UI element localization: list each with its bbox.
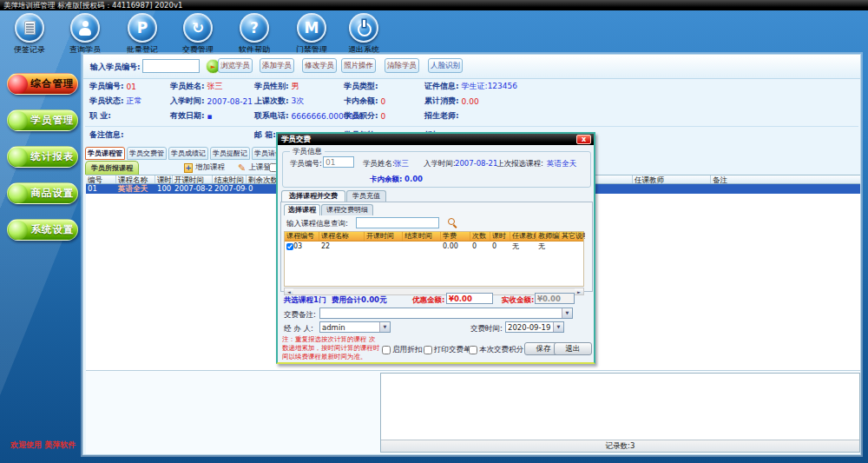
student-gender-value: 男 bbox=[292, 81, 299, 92]
green-sphere-icon bbox=[9, 184, 28, 203]
card-balance-value: 0 bbox=[381, 97, 386, 106]
photo-operation-button[interactable]: 照片操作 bbox=[341, 58, 376, 73]
earn-points-checkbox[interactable] bbox=[469, 346, 477, 354]
toolbar-button-query-student[interactable]: 查询学员 bbox=[60, 13, 110, 56]
tab-course-management[interactable]: 学员课程管理 bbox=[85, 147, 125, 160]
course-search-label: 输入课程信息查询: bbox=[286, 219, 348, 229]
green-sphere-icon bbox=[9, 111, 28, 130]
dialog-course-select-panel: 选择课程 课程交费明细 输入课程信息查询: 课程编号 课程名称 开课时间 结束时… bbox=[280, 202, 593, 292]
inner-tab-fee-detail[interactable]: 课程交费明细 bbox=[321, 204, 373, 215]
note-icon bbox=[15, 13, 44, 43]
dialog-course-table-row[interactable]: 03 22 0.00 0 0 无 无 bbox=[285, 241, 583, 251]
student-status-value: 正常 bbox=[127, 96, 142, 107]
enable-discount-checkbox[interactable] bbox=[382, 346, 391, 354]
red-sphere-icon bbox=[9, 75, 28, 94]
tab-payment-management[interactable]: 学员交费管理 bbox=[127, 147, 167, 160]
dialog-course-table: 课程编号 课程名称 开课时间 结束时间 学费 次数 课时 任课教师 教师编号 其… bbox=[284, 231, 584, 287]
question-icon: ? bbox=[240, 13, 269, 43]
dialog-last-course-value: 英语全天 bbox=[547, 159, 576, 169]
valid-date-value: ▪ bbox=[207, 112, 213, 121]
dialog-title: 学员交费 bbox=[281, 135, 311, 143]
toolbar-button-batch-register[interactable]: P 批量登记 bbox=[117, 13, 168, 56]
course-select-checkbox[interactable] bbox=[286, 243, 293, 250]
sidebar-item-system-settings[interactable]: 系统设置 bbox=[7, 219, 78, 241]
inner-tab-select-course[interactable]: 选择课程 bbox=[284, 204, 320, 215]
selected-course-summary: 共选课程1门 bbox=[284, 295, 326, 306]
certificate-info-value: 学生证:123456 bbox=[462, 81, 517, 92]
dialog-student-id-input[interactable] bbox=[323, 156, 354, 168]
browse-student-button[interactable]: 浏览学员 bbox=[218, 58, 253, 73]
tab-score-records[interactable]: 学员成绩记录 bbox=[168, 147, 208, 160]
dialog-student-info-group: 学员信息 学员编号: 学员姓名: 张三 入学时间: 2007-08-21 上次报… bbox=[282, 151, 591, 188]
student-name-value: 张三 bbox=[207, 81, 223, 92]
green-sphere-icon bbox=[9, 221, 28, 240]
bottom-subpanel: 记录数:3 bbox=[380, 373, 860, 453]
record-count-bar: 记录数:3 bbox=[381, 440, 859, 452]
payment-remark-combo[interactable]: ▼ bbox=[319, 308, 573, 319]
toolbar-button-exit[interactable]: 退出系统 bbox=[339, 13, 389, 56]
edit-student-button[interactable]: 修改学员 bbox=[302, 58, 337, 73]
sidebar-item-goods-settings[interactable]: 商品设置 bbox=[7, 182, 78, 204]
magnifier-icon[interactable] bbox=[448, 218, 455, 225]
group-legend: 学员信息 bbox=[290, 147, 325, 157]
student-id-search-label: 输入学员编号: bbox=[90, 62, 141, 73]
course-search-input[interactable] bbox=[356, 217, 439, 228]
toolbar-button-payment[interactable]: ↻ 交费管理 bbox=[173, 13, 223, 56]
toolbar-button-help[interactable]: ? 软件帮助 bbox=[229, 13, 279, 56]
sidebar-item-statistics-report[interactable]: 统计报表 bbox=[7, 146, 78, 168]
tab-reminder-records[interactable]: 学员提醒记录 bbox=[210, 147, 250, 160]
print-receipt-option: 打印交费单 bbox=[424, 345, 471, 355]
add-course-button[interactable]: + 增加课程 bbox=[184, 162, 225, 173]
dialog-student-name-value: 张三 bbox=[394, 159, 409, 169]
enable-discount-option: 启用折扣 bbox=[382, 345, 422, 355]
operator-combo[interactable]: admin ▼ bbox=[319, 321, 391, 333]
enroll-date-value: 2007-08-21 bbox=[207, 97, 253, 106]
student-info-row-2: 学员状态:正常 入学时间:2007-08-21 上课次数:3次 卡内余额:0 累… bbox=[83, 96, 860, 109]
green-sphere-icon bbox=[9, 148, 28, 167]
title-bar: 美萍培训班管理 标准版[授权码：44116987] 2020v1 bbox=[0, 0, 868, 10]
close-icon: x bbox=[582, 136, 586, 143]
scroll-right-icon[interactable]: ► bbox=[575, 288, 583, 294]
print-receipt-checkbox[interactable] bbox=[424, 346, 432, 354]
plus-doc-icon: + bbox=[184, 163, 193, 173]
scroll-left-icon[interactable]: ◄ bbox=[285, 288, 293, 294]
dialog-enroll-date-value: 2007-08-21 bbox=[455, 159, 497, 168]
add-student-button[interactable]: 添加学员 bbox=[260, 58, 294, 73]
student-id-search-input[interactable] bbox=[142, 59, 200, 73]
chevron-down-icon: ▼ bbox=[562, 308, 572, 318]
chevron-down-icon: ▼ bbox=[379, 322, 390, 332]
points-value: 0 bbox=[381, 112, 386, 121]
toolbar-button-notes[interactable]: 便签记录 bbox=[4, 13, 55, 56]
dialog-tab-recharge[interactable]: 学员充值 bbox=[346, 190, 386, 202]
dialog-tab-select-and-pay[interactable]: 选择课程并交费 bbox=[281, 190, 345, 202]
clear-student-button[interactable]: 清除学员 bbox=[385, 58, 419, 73]
sidebar-item-general-management[interactable]: 综合管理 bbox=[7, 73, 78, 95]
earn-points-option: 本次交费积分 bbox=[469, 345, 523, 355]
student-search-bar: 输入学员编号: ► 浏览学员 添加学员 修改学员 照片操作 清除学员 人脸识别 bbox=[83, 55, 860, 79]
class-count-value: 3次 bbox=[292, 96, 305, 107]
received-amount-input bbox=[535, 293, 575, 304]
info-divider bbox=[85, 126, 858, 127]
payment-date-combo[interactable]: 2020-09-19 ▼ bbox=[505, 321, 564, 333]
app-window: 美萍培训班管理 标准版[授权码：44116987] 2020v1 便签记录 查询… bbox=[0, 0, 868, 463]
chevron-down-icon: ▼ bbox=[553, 322, 563, 332]
person-icon bbox=[70, 13, 100, 43]
dialog-course-table-header: 课程编号 课程名称 开课时间 结束时间 学费 次数 课时 任课教师 教师编号 其… bbox=[285, 232, 583, 241]
toolbar-button-door-access[interactable]: M 门禁管理 bbox=[286, 13, 337, 56]
play-icon: ► bbox=[211, 63, 215, 70]
total-consumption-value: 0.00 bbox=[462, 97, 479, 106]
subtab-enrolled-courses[interactable]: 学员所报课程 bbox=[85, 161, 139, 175]
record-count: 记录数:3 bbox=[606, 441, 635, 450]
total-fee-summary: 费用合计0.00元 bbox=[332, 295, 386, 306]
discount-amount-input[interactable] bbox=[446, 293, 493, 304]
letter-p-icon: P bbox=[128, 13, 157, 43]
student-info-row-1: 学员编号:01 学员姓名:张三 学员性别:男 学员类型: 证件信息:学生证:12… bbox=[83, 81, 860, 95]
dialog-close-button[interactable]: x bbox=[576, 135, 591, 144]
sidebar-item-student-management[interactable]: 学员管理 bbox=[7, 109, 78, 131]
pencil-icon: ✎ bbox=[238, 163, 246, 173]
dialog-title-bar[interactable]: 学员交费 bbox=[278, 134, 594, 145]
face-recognition-button[interactable]: 人脸识别 bbox=[428, 58, 463, 73]
exit-button[interactable]: 退出 bbox=[554, 342, 592, 355]
dialog-warning-note: 注：重复报选按次计算的课程 次数递增累加，按时间计算的课程时间以续费课程最新时间… bbox=[282, 335, 380, 360]
student-info-row-3: 职 业: 有效日期:▪ 联系电话:6666666.0000000 学员积分:0 … bbox=[83, 110, 860, 124]
